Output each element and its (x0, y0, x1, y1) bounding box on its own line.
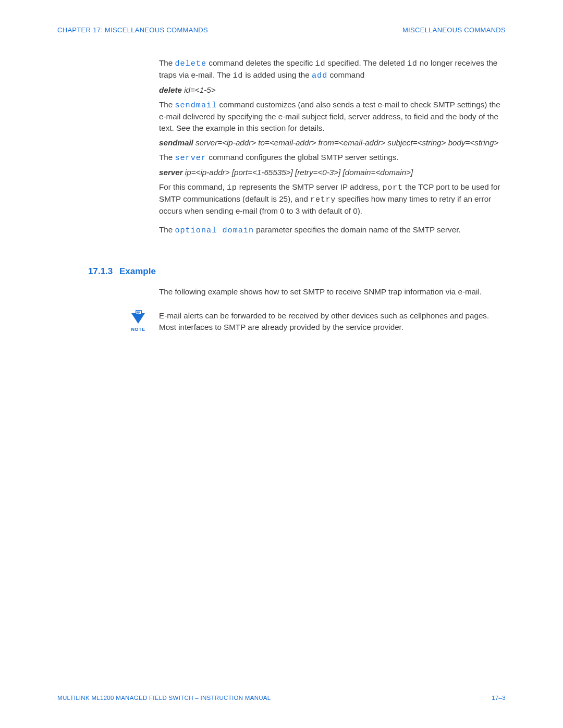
section-title: Example (119, 266, 156, 277)
para-sendmail: The sendmail command customizes (and als… (159, 99, 506, 134)
para-server: The server command configures the global… (159, 152, 506, 164)
syntax-server: server ip=<ip-addr> [port=<1-65535>] [re… (159, 167, 506, 178)
para-domain: The optional domain parameter specifies … (159, 224, 506, 236)
note-label: NOTE (128, 326, 149, 333)
cmd-add: add (312, 71, 327, 80)
header-right: MISCELLANEOUS COMMANDS (402, 26, 506, 34)
para-delete: The delete command deletes the specific … (159, 57, 506, 81)
cmd-server: server (175, 153, 206, 163)
syntax-delete: delete id=<1-5> (159, 84, 506, 96)
section-heading: 17.1.3 Example (88, 266, 506, 277)
cmd-optional-domain: optional domain (175, 226, 254, 235)
section-number: 17.1.3 (88, 266, 119, 277)
cmd-delete: delete (175, 59, 206, 68)
header-left: CHAPTER 17: MISCELLANEOUS COMMANDS (57, 26, 208, 34)
note-text: E-mail alerts can be forwarded to be rec… (159, 310, 506, 333)
note-block: NOTE E-mail alerts can be forwarded to b… (159, 310, 506, 333)
page-header: CHAPTER 17: MISCELLANEOUS COMMANDS MISCE… (57, 26, 506, 34)
para-port: For this command, ip represents the SMTP… (159, 181, 506, 217)
note-icon (130, 310, 146, 325)
footer-left: MULTILINK ML1200 MANAGED FIELD SWITCH – … (57, 695, 271, 701)
example-body: The following example shows how to set S… (159, 286, 506, 333)
footer-page: 17–3 (492, 695, 506, 701)
example-intro: The following example shows how to set S… (159, 286, 506, 298)
body-column: The delete command deletes the specific … (159, 57, 506, 236)
note-icon-wrap: NOTE (128, 310, 149, 333)
page: CHAPTER 17: MISCELLANEOUS COMMANDS MISCE… (0, 0, 563, 728)
page-footer: MULTILINK ML1200 MANAGED FIELD SWITCH – … (57, 695, 506, 701)
cmd-sendmail: sendmail (175, 101, 217, 110)
syntax-sendmail: sendmail server=<ip-addr> to=<email-addr… (159, 137, 506, 149)
